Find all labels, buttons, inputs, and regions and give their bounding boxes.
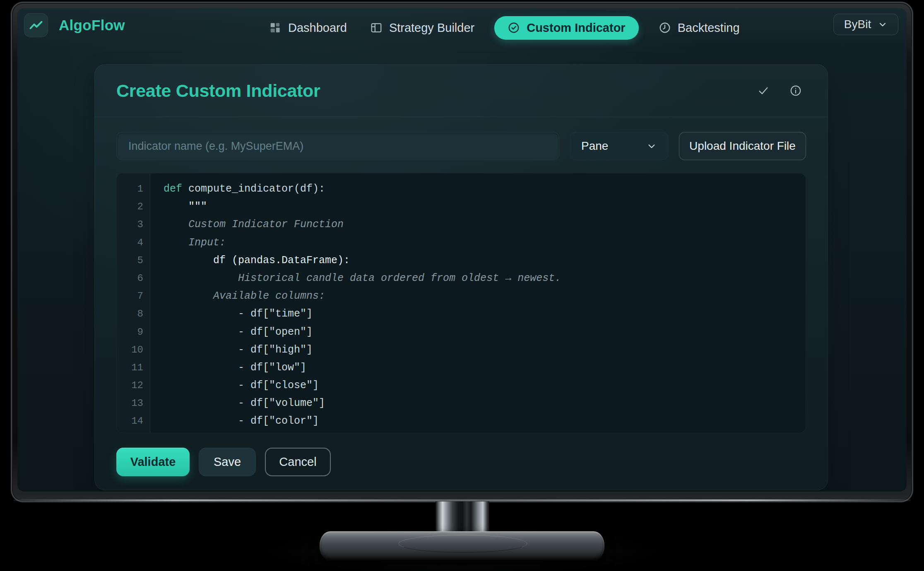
line-number: 2 <box>137 198 150 216</box>
code-line[interactable]: - df["color"] <box>164 412 806 430</box>
create-indicator-card: Create Custom Indicator <box>94 64 828 490</box>
nav-item-dashboard[interactable]: Dashboard <box>266 17 350 39</box>
nav-label: Backtesting <box>678 21 740 35</box>
code-line[interactable]: """ <box>164 198 806 216</box>
code-line[interactable]: - df["volume"] <box>164 394 806 412</box>
layout-icon <box>370 22 383 34</box>
chevron-down-icon <box>646 141 657 151</box>
code-line[interactable]: Available columns: <box>164 287 806 305</box>
line-number: 7 <box>137 287 150 305</box>
validate-button[interactable]: Validate <box>116 448 190 476</box>
exchange-dropdown[interactable]: ByBit <box>833 14 898 35</box>
code-line[interactable]: def compute_indicator(df): <box>164 180 806 198</box>
card-header: Create Custom Indicator <box>95 65 828 117</box>
check-icon[interactable] <box>757 84 770 97</box>
line-number: 1 <box>137 180 150 198</box>
nav-label: Strategy Builder <box>389 21 474 35</box>
save-button[interactable]: Save <box>199 448 256 476</box>
line-number: 12 <box>131 377 150 394</box>
nav-item-strategy-builder[interactable]: Strategy Builder <box>367 17 478 39</box>
line-number: 11 <box>131 359 150 377</box>
screen: AlgoFlow Dashboard <box>17 8 907 492</box>
editor-code[interactable]: def compute_indicator(df): """ Custom In… <box>150 173 806 433</box>
line-number: 5 <box>137 252 150 269</box>
chevron-down-icon <box>878 19 888 29</box>
trending-up-icon <box>29 18 43 33</box>
info-icon[interactable] <box>789 84 802 97</box>
line-number: 9 <box>137 323 150 341</box>
pane-select[interactable]: Pane <box>570 132 668 160</box>
code-line[interactable]: df (pandas.DataFrame): <box>164 252 806 269</box>
nav-label: Dashboard <box>288 21 347 35</box>
code-line[interactable]: Historical candle data ordered from olde… <box>164 269 806 287</box>
line-number: 13 <box>131 394 150 412</box>
logo-tile[interactable] <box>24 13 48 37</box>
line-number: 10 <box>131 341 150 359</box>
nav-label: Custom Indicator <box>527 21 625 35</box>
form-row: Pane Upload Indicator File <box>116 132 806 160</box>
brand-name: AlgoFlow <box>59 17 125 34</box>
header-icons <box>757 84 802 97</box>
upload-indicator-file-button[interactable]: Upload Indicator File <box>679 132 806 160</box>
nav-item-custom-indicator[interactable]: Custom Indicator <box>494 16 638 40</box>
line-number: 14 <box>131 412 150 430</box>
check-circle-icon <box>508 22 520 34</box>
nav-item-backtesting[interactable]: Backtesting <box>655 17 743 39</box>
exchange-label: ByBit <box>844 18 871 31</box>
brand-logo: AlgoFlow <box>24 13 125 37</box>
line-number: 4 <box>137 234 150 252</box>
nav-items: Dashboard Strategy Builder <box>266 8 743 47</box>
pane-selected-value: Pane <box>581 139 608 153</box>
grid-icon <box>269 22 282 34</box>
card-body: Pane Upload Indicator File 1234567891011… <box>95 117 828 476</box>
cancel-button[interactable]: Cancel <box>265 448 331 476</box>
code-line[interactable]: - df["open"] <box>164 323 806 341</box>
line-number: 8 <box>137 305 150 323</box>
editor-gutter: 1234567891011121314 <box>117 173 150 433</box>
code-line[interactable]: - df["high"] <box>164 341 806 359</box>
monitor-bezel: AlgoFlow Dashboard <box>11 2 913 502</box>
action-buttons: Validate Save Cancel <box>116 448 806 476</box>
top-navbar: AlgoFlow Dashboard <box>17 8 907 47</box>
line-number: 6 <box>137 269 150 287</box>
code-line[interactable]: Input: <box>164 234 806 252</box>
upload-label: Upload Indicator File <box>689 139 796 153</box>
indicator-name-input[interactable] <box>116 132 559 160</box>
monitor-stand-shadow <box>315 559 609 568</box>
page-title: Create Custom Indicator <box>116 81 320 101</box>
code-line[interactable]: - df["time"] <box>164 305 806 323</box>
monitor-stand-base <box>320 531 604 560</box>
code-line[interactable]: Custom Indicator Function <box>164 216 806 233</box>
clock-icon <box>659 22 671 34</box>
code-line[interactable]: - df["low"] <box>164 359 806 377</box>
code-line[interactable]: - df["close"] <box>164 377 806 394</box>
code-editor[interactable]: 1234567891011121314 def compute_indicato… <box>116 173 806 433</box>
line-number: 3 <box>137 216 150 233</box>
